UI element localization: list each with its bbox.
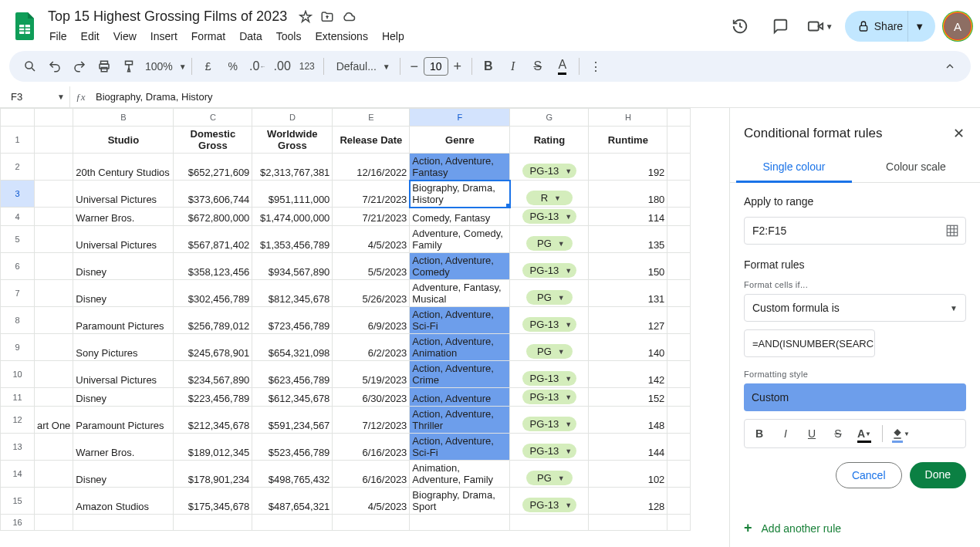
condition-select[interactable]: Custom formula is ▼ (744, 294, 966, 322)
cell-release[interactable]: 6/16/2023 (333, 461, 410, 488)
cell-runtime[interactable]: 135 (589, 226, 667, 253)
cell-rating[interactable]: PG-13▼ (510, 388, 589, 407)
row-header-2[interactable]: 2 (1, 154, 35, 181)
cell-studio[interactable]: Amazon Studios (73, 488, 174, 515)
cell[interactable] (667, 515, 691, 531)
cell-genre[interactable]: Action, Adventure, Fantasy (410, 154, 510, 181)
print-icon[interactable] (93, 55, 116, 78)
cell-worldwide[interactable]: $487,654,321 (252, 488, 333, 515)
cell-runtime[interactable]: 150 (589, 253, 667, 280)
cell-studio[interactable]: Warner Bros. (73, 434, 174, 461)
paint-format-icon[interactable] (117, 55, 140, 78)
range-input[interactable]: F2:F15 (744, 217, 966, 245)
zoom-select[interactable]: 100%▼ (142, 60, 187, 73)
percent-button[interactable]: % (221, 55, 245, 78)
col-header-F[interactable]: F (410, 109, 510, 127)
cell-studio[interactable]: Disney (73, 253, 174, 280)
cell-studio[interactable]: Universal Pictures (73, 226, 174, 253)
share-button[interactable]: Share ▼ (845, 11, 935, 42)
cell-studio[interactable]: 20th Century Studios (73, 154, 174, 181)
cell-worldwide[interactable]: $523,456,789 (252, 434, 333, 461)
cell-worldwide[interactable]: $654,321,098 (252, 334, 333, 361)
cell[interactable] (510, 515, 589, 531)
cell-release[interactable]: 12/16/2022 (333, 154, 410, 181)
cell-rating[interactable]: PG▼ (510, 280, 589, 307)
cell-genre[interactable]: Action, Adventure, Sci-Fi (410, 434, 510, 461)
cell-domestic[interactable]: $223,456,789 (174, 388, 252, 407)
menu-insert[interactable]: Insert (144, 27, 184, 46)
cell-release[interactable]: 7/21/2023 (333, 208, 410, 226)
cell-worldwide[interactable]: $498,765,432 (252, 461, 333, 488)
cell-runtime[interactable]: 102 (589, 461, 667, 488)
star-icon[interactable] (298, 9, 313, 25)
row-header-8[interactable]: 8 (1, 307, 35, 334)
cell-runtime[interactable]: 152 (589, 388, 667, 407)
row-header-3[interactable]: 3 (1, 181, 35, 208)
cell-rating[interactable]: PG▼ (510, 226, 589, 253)
cell-rating[interactable]: PG-13▼ (510, 488, 589, 515)
cell-release[interactable]: 5/19/2023 (333, 361, 410, 388)
cell-runtime[interactable]: 148 (589, 407, 667, 434)
cell-studio[interactable]: Warner Bros. (73, 208, 174, 226)
col-header-E[interactable]: E (333, 109, 410, 127)
style-preview[interactable]: Custom (744, 383, 966, 411)
cell-worldwide[interactable]: $951,111,000 (252, 181, 333, 208)
cell-genre[interactable]: Biography, Drama, History (410, 181, 510, 208)
currency-button[interactable]: £ (197, 55, 220, 78)
menu-format[interactable]: Format (185, 27, 231, 46)
tab-colour-scale[interactable]: Colour scale (858, 153, 974, 182)
cell[interactable] (35, 253, 73, 280)
cell-runtime[interactable]: 127 (589, 307, 667, 334)
row-header-13[interactable]: 13 (1, 434, 35, 461)
cell-domestic[interactable]: $373,606,744 (174, 181, 252, 208)
cell[interactable] (35, 388, 73, 407)
cell-rating[interactable]: PG-13▼ (510, 253, 589, 280)
doc-title[interactable]: Top 15 Highest Grossing Films of 2023 (43, 7, 292, 26)
cell-genre[interactable]: Animation, Adventure, Family (410, 461, 510, 488)
style-text-color[interactable]: A ▼ (853, 423, 876, 444)
cell-rating[interactable]: PG-13▼ (510, 307, 589, 334)
formula-input-box[interactable]: =AND(ISNUMBER(SEARCH (744, 329, 875, 357)
undo-icon[interactable] (43, 55, 66, 78)
cell-worldwide[interactable]: $934,567,890 (252, 253, 333, 280)
cell[interactable] (35, 154, 73, 181)
cell-genre[interactable]: Adventure, Fantasy, Musical (410, 280, 510, 307)
cell-runtime[interactable]: 140 (589, 334, 667, 361)
cell-release[interactable]: 6/9/2023 (333, 307, 410, 334)
formula-input[interactable]: Biography, Drama, History (91, 91, 980, 103)
col-header-G[interactable]: G (510, 109, 589, 127)
col-header-A[interactable] (35, 109, 73, 127)
add-rule-button[interactable]: + Add another rule (730, 509, 980, 547)
cell-studio[interactable]: Paramount Pictures (73, 407, 174, 434)
menu-extensions[interactable]: Extensions (309, 27, 373, 46)
cell-release[interactable]: 7/21/2023 (333, 181, 410, 208)
cell-genre[interactable]: Comedy, Fantasy (410, 208, 510, 226)
cell-rating[interactable]: PG-13▼ (510, 208, 589, 226)
row-header-16[interactable]: 16 (1, 515, 35, 531)
cell-rating[interactable]: PG-13▼ (510, 434, 589, 461)
cell-domestic[interactable]: $189,012,345 (174, 434, 252, 461)
style-italic[interactable]: I (774, 423, 797, 444)
menu-help[interactable]: Help (376, 27, 411, 46)
cell[interactable] (35, 280, 73, 307)
decrease-font-size[interactable]: − (405, 57, 424, 76)
history-icon[interactable] (725, 11, 755, 42)
row-header-14[interactable]: 14 (1, 461, 35, 488)
cell[interactable] (174, 515, 252, 531)
text-color-button[interactable]: A (551, 55, 574, 78)
font-size-input[interactable] (424, 57, 448, 76)
cell[interactable] (589, 515, 667, 531)
cell-worldwide[interactable]: $723,456,789 (252, 307, 333, 334)
row-header-4[interactable]: 4 (1, 208, 35, 226)
cell-genre[interactable]: Action, Adventure, Comedy (410, 253, 510, 280)
cancel-button[interactable]: Cancel (836, 462, 902, 488)
cell-genre[interactable]: Action, Adventure (410, 388, 510, 407)
menu-data[interactable]: Data (233, 27, 269, 46)
cell-genre[interactable]: Adventure, Comedy, Family (410, 226, 510, 253)
cell-domestic[interactable]: $175,345,678 (174, 488, 252, 515)
cell[interactable] (35, 361, 73, 388)
cell[interactable]: art One (35, 407, 73, 434)
cell-release[interactable]: 4/5/2023 (333, 226, 410, 253)
cell[interactable] (73, 515, 174, 531)
cell-rating[interactable]: PG▼ (510, 461, 589, 488)
